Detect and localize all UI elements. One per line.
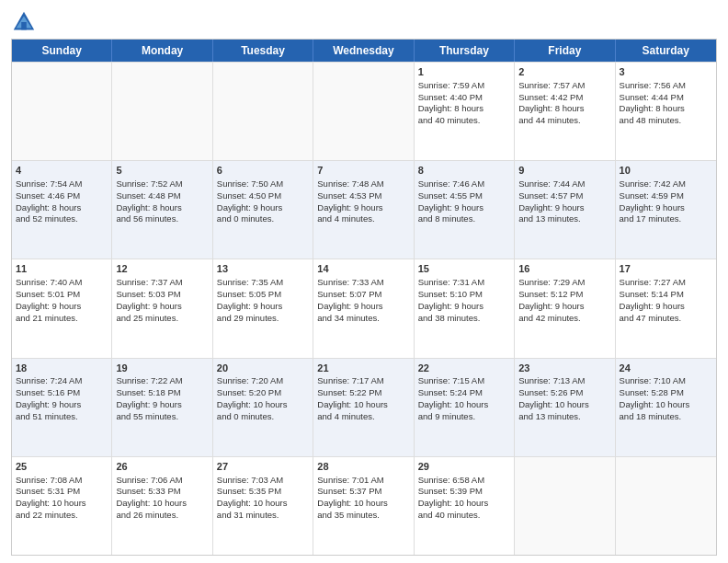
cal-cell-11: 8Sunrise: 7:46 AM Sunset: 4:55 PM Daylig… [415,161,515,259]
cal-header-tuesday: Tuesday [213,40,313,62]
day-info: Sunrise: 7:33 AM Sunset: 5:07 PM Dayligh… [317,277,383,322]
cal-header-friday: Friday [515,40,615,62]
page: SundayMondayTuesdayWednesdayThursdayFrid… [0,0,728,563]
cal-cell-34 [616,457,716,555]
cal-cell-19: 16Sunrise: 7:29 AM Sunset: 5:12 PM Dayli… [515,259,615,357]
day-number: 24 [620,362,712,375]
cal-cell-28: 25Sunrise: 7:08 AM Sunset: 5:31 PM Dayli… [12,457,112,555]
cal-cell-24: 21Sunrise: 7:17 AM Sunset: 5:22 PM Dayli… [313,359,414,456]
day-info: Sunrise: 7:40 AM Sunset: 5:01 PM Dayligh… [16,277,82,322]
cal-cell-8: 5Sunrise: 7:52 AM Sunset: 4:48 PM Daylig… [112,161,212,259]
cal-cell-6: 3Sunrise: 7:56 AM Sunset: 4:44 PM Daylig… [616,63,716,160]
day-number: 2 [518,65,610,79]
day-info: Sunrise: 7:46 AM Sunset: 4:55 PM Dayligh… [418,178,484,224]
cal-header-monday: Monday [112,40,212,62]
cal-cell-0 [12,63,112,160]
calendar: SundayMondayTuesdayWednesdayThursdayFrid… [11,39,717,556]
day-info: Sunrise: 7:13 AM Sunset: 5:26 PM Dayligh… [518,375,589,420]
day-number: 6 [217,164,309,178]
day-info: Sunrise: 7:35 AM Sunset: 5:05 PM Dayligh… [217,277,283,322]
day-number: 18 [16,362,108,375]
cal-cell-9: 6Sunrise: 7:50 AM Sunset: 4:50 PM Daylig… [213,161,313,259]
day-info: Sunrise: 7:08 AM Sunset: 5:31 PM Dayligh… [16,475,86,520]
cal-cell-1 [112,63,212,160]
calendar-week-2: 4Sunrise: 7:54 AM Sunset: 4:46 PM Daylig… [12,160,716,259]
cal-cell-29: 26Sunrise: 7:06 AM Sunset: 5:33 PM Dayli… [112,457,212,555]
day-info: Sunrise: 7:54 AM Sunset: 4:46 PM Dayligh… [16,178,82,224]
day-number: 14 [317,262,409,276]
day-number: 11 [16,262,108,276]
cal-cell-27: 24Sunrise: 7:10 AM Sunset: 5:28 PM Dayli… [616,359,716,456]
logo [11,9,40,35]
day-info: Sunrise: 7:31 AM Sunset: 5:10 PM Dayligh… [418,277,484,322]
cal-cell-5: 2Sunrise: 7:57 AM Sunset: 4:42 PM Daylig… [515,63,615,160]
day-number: 12 [116,262,208,276]
cal-cell-7: 4Sunrise: 7:54 AM Sunset: 4:46 PM Daylig… [12,161,112,259]
day-number: 29 [418,460,510,474]
day-info: Sunrise: 7:29 AM Sunset: 5:12 PM Dayligh… [518,277,585,322]
cal-cell-33 [515,457,615,555]
calendar-body: 1Sunrise: 7:59 AM Sunset: 4:40 PM Daylig… [12,62,716,555]
day-info: Sunrise: 7:59 AM Sunset: 4:40 PM Dayligh… [418,80,484,125]
calendar-week-1: 1Sunrise: 7:59 AM Sunset: 4:40 PM Daylig… [12,62,716,160]
cal-cell-32: 29Sunrise: 6:58 AM Sunset: 5:39 PM Dayli… [415,457,515,555]
cal-cell-16: 13Sunrise: 7:35 AM Sunset: 5:05 PM Dayli… [213,259,313,357]
day-number: 15 [418,262,510,276]
cal-cell-12: 9Sunrise: 7:44 AM Sunset: 4:57 PM Daylig… [515,161,615,259]
day-info: Sunrise: 7:06 AM Sunset: 5:33 PM Dayligh… [116,475,187,520]
calendar-week-4: 18Sunrise: 7:24 AM Sunset: 5:16 PM Dayli… [12,358,716,456]
day-number: 1 [418,65,510,79]
cal-header-wednesday: Wednesday [313,40,414,62]
cal-cell-22: 19Sunrise: 7:22 AM Sunset: 5:18 PM Dayli… [112,359,212,456]
day-info: Sunrise: 7:10 AM Sunset: 5:28 PM Dayligh… [620,375,690,420]
cal-cell-17: 14Sunrise: 7:33 AM Sunset: 5:07 PM Dayli… [313,259,414,357]
day-info: Sunrise: 7:24 AM Sunset: 5:16 PM Dayligh… [16,375,82,420]
logo-icon [11,9,37,35]
cal-cell-13: 10Sunrise: 7:42 AM Sunset: 4:59 PM Dayli… [616,161,716,259]
day-number: 19 [116,362,208,375]
cal-cell-21: 18Sunrise: 7:24 AM Sunset: 5:16 PM Dayli… [12,359,112,456]
day-number: 23 [518,362,610,375]
day-number: 20 [217,362,309,375]
day-info: Sunrise: 7:56 AM Sunset: 4:44 PM Dayligh… [620,80,686,125]
day-info: Sunrise: 7:52 AM Sunset: 4:48 PM Dayligh… [116,178,182,224]
cal-cell-3 [313,63,414,160]
day-info: Sunrise: 7:50 AM Sunset: 4:50 PM Dayligh… [217,178,283,224]
day-info: Sunrise: 6:58 AM Sunset: 5:39 PM Dayligh… [418,475,489,520]
day-number: 7 [317,164,409,178]
day-number: 26 [116,460,208,474]
day-number: 17 [620,262,712,276]
cal-header-sunday: Sunday [12,40,112,62]
cal-cell-14: 11Sunrise: 7:40 AM Sunset: 5:01 PM Dayli… [12,259,112,357]
day-info: Sunrise: 7:37 AM Sunset: 5:03 PM Dayligh… [116,277,182,322]
day-number: 10 [620,164,712,178]
cal-cell-26: 23Sunrise: 7:13 AM Sunset: 5:26 PM Dayli… [515,359,615,456]
calendar-week-3: 11Sunrise: 7:40 AM Sunset: 5:01 PM Dayli… [12,259,716,357]
cal-cell-15: 12Sunrise: 7:37 AM Sunset: 5:03 PM Dayli… [112,259,212,357]
day-info: Sunrise: 7:27 AM Sunset: 5:14 PM Dayligh… [620,277,686,322]
day-number: 27 [217,460,309,474]
day-number: 21 [317,362,409,375]
day-number: 4 [16,164,108,178]
cal-cell-23: 20Sunrise: 7:20 AM Sunset: 5:20 PM Dayli… [213,359,313,456]
cal-cell-4: 1Sunrise: 7:59 AM Sunset: 4:40 PM Daylig… [415,63,515,160]
day-info: Sunrise: 7:48 AM Sunset: 4:53 PM Dayligh… [317,178,383,224]
calendar-week-5: 25Sunrise: 7:08 AM Sunset: 5:31 PM Dayli… [12,456,716,555]
day-info: Sunrise: 7:03 AM Sunset: 5:35 PM Dayligh… [217,475,288,520]
day-info: Sunrise: 7:44 AM Sunset: 4:57 PM Dayligh… [518,178,585,224]
cal-cell-25: 22Sunrise: 7:15 AM Sunset: 5:24 PM Dayli… [415,359,515,456]
cal-cell-18: 15Sunrise: 7:31 AM Sunset: 5:10 PM Dayli… [415,259,515,357]
day-info: Sunrise: 7:17 AM Sunset: 5:22 PM Dayligh… [317,375,388,420]
day-number: 9 [518,164,610,178]
cal-cell-2 [213,63,313,160]
cal-header-saturday: Saturday [616,40,716,62]
calendar-header-row: SundayMondayTuesdayWednesdayThursdayFrid… [12,40,716,62]
svg-rect-2 [21,22,27,29]
cal-cell-20: 17Sunrise: 7:27 AM Sunset: 5:14 PM Dayli… [616,259,716,357]
day-info: Sunrise: 7:22 AM Sunset: 5:18 PM Dayligh… [116,375,182,420]
cal-cell-10: 7Sunrise: 7:48 AM Sunset: 4:53 PM Daylig… [313,161,414,259]
day-info: Sunrise: 7:57 AM Sunset: 4:42 PM Dayligh… [518,80,585,125]
day-info: Sunrise: 7:01 AM Sunset: 5:37 PM Dayligh… [317,475,388,520]
day-info: Sunrise: 7:42 AM Sunset: 4:59 PM Dayligh… [620,178,686,224]
day-number: 13 [217,262,309,276]
